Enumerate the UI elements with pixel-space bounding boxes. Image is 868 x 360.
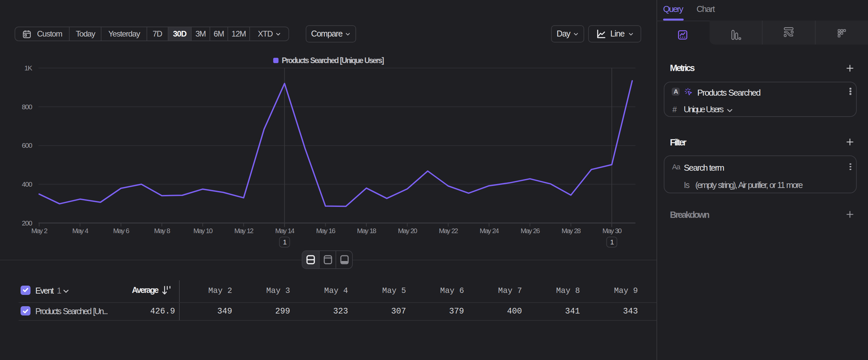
svg-text:May 10: May 10 <box>193 227 213 234</box>
svg-text:400: 400 <box>22 180 32 188</box>
svg-text:1: 1 <box>610 238 614 246</box>
svg-text:May 12: May 12 <box>235 227 254 234</box>
svg-text:May 14: May 14 <box>275 227 294 234</box>
svg-text:May 30: May 30 <box>602 227 622 234</box>
svg-text:200: 200 <box>22 219 32 227</box>
svg-text:1K: 1K <box>25 64 32 72</box>
svg-text:600: 600 <box>22 141 32 149</box>
svg-text:May 6: May 6 <box>113 227 129 234</box>
svg-text:May 26: May 26 <box>521 227 540 234</box>
svg-text:1: 1 <box>283 238 286 246</box>
svg-text:May 8: May 8 <box>154 227 170 234</box>
svg-text:800: 800 <box>22 103 32 111</box>
svg-text:May 2: May 2 <box>31 227 48 234</box>
svg-text:May 24: May 24 <box>480 227 499 234</box>
svg-text:May 18: May 18 <box>357 227 376 234</box>
svg-text:May 4: May 4 <box>72 227 89 234</box>
svg-text:May 16: May 16 <box>316 227 335 234</box>
svg-text:May 22: May 22 <box>439 227 458 234</box>
svg-text:May 20: May 20 <box>398 227 417 234</box>
svg-text:May 28: May 28 <box>562 227 581 234</box>
